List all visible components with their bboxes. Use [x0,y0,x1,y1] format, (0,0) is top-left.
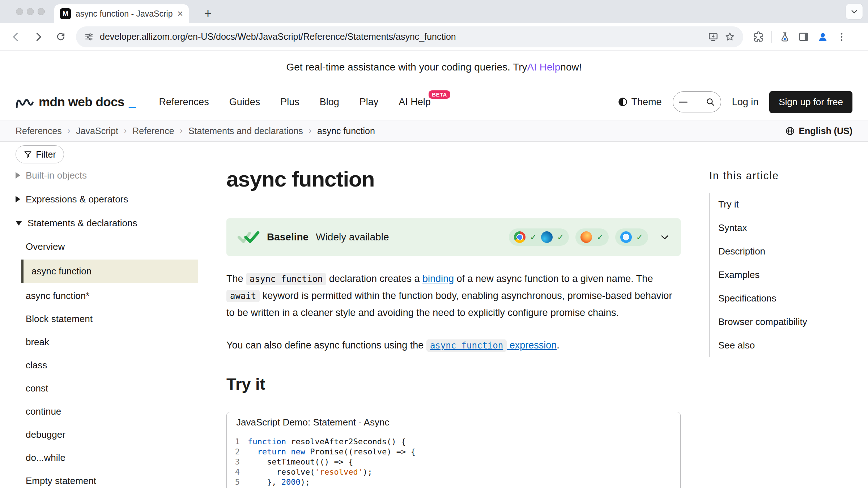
sidebar-filter-button[interactable]: Filter [16,145,64,163]
breadcrumb-statements[interactable]: Statements and declarations [188,126,303,136]
signup-button[interactable]: Sign up for free [769,91,852,113]
forward-button[interactable] [29,27,48,46]
extensions-icon[interactable] [753,31,764,43]
sidebar-item-async-function-star[interactable]: async function* [16,284,198,307]
toc-heading: In this article [709,170,854,182]
async-function-expression-code-link[interactable]: async function [426,339,507,352]
tab-close-icon[interactable]: × [177,9,183,19]
toc-see-also[interactable]: See also [718,340,755,351]
toc-syntax[interactable]: Syntax [718,222,747,234]
language-label: English (US) [799,126,852,136]
breadcrumb-reference[interactable]: Reference [132,126,174,136]
sidebar-section-label: Built-in objects [26,170,87,181]
breadcrumb-separator: › [124,126,127,136]
browser-tab[interactable]: M async function - JavaScript | × [54,4,189,23]
theme-toggle[interactable]: Theme [618,97,662,108]
site-settings-icon[interactable] [84,32,94,42]
profile-avatar-icon[interactable] [817,31,829,43]
line-number: 2 [227,447,248,457]
chevron-down-icon[interactable] [660,232,670,242]
breadcrumb-current-page: async function [317,126,375,136]
sidebar-item-debugger[interactable]: debugger [16,423,198,446]
sidebar-item-class[interactable]: class [16,354,198,377]
window-zoom-button[interactable] [38,8,45,15]
text: . [557,340,559,351]
sidebar-section-built-in-objects[interactable]: Built-in objects [16,163,198,187]
chevron-down-icon [16,221,22,226]
expression-link[interactable]: expression [507,340,557,351]
sidebar-filter-label: Filter [36,149,56,160]
code-text[interactable]: }, 2000); [248,477,310,487]
binding-link[interactable]: binding [422,273,454,284]
breadcrumb-separator: › [309,126,311,136]
nav-play[interactable]: Play [359,97,379,108]
breadcrumb-javascript[interactable]: JavaScript [76,126,118,136]
nav-ai-help[interactable]: AI HelpBETA [399,97,431,108]
nav-references[interactable]: References [159,97,209,108]
edge-icon [541,231,553,243]
reload-button[interactable] [51,27,70,46]
tab-search-button[interactable] [846,4,863,20]
reload-icon [55,31,66,42]
site-header: mdn web docs_ References Guides Plus Blo… [0,84,868,120]
mdn-logo-mark [16,96,34,108]
nav-plus[interactable]: Plus [280,97,299,108]
search-shortcut-hint [679,102,688,103]
window-minimize-button[interactable] [27,8,34,15]
login-link[interactable]: Log in [732,97,759,108]
sidebar-section-expressions-operators[interactable]: Expressions & operators [16,187,198,211]
baseline-banner[interactable]: Baseline Widely available ✓ ✓ ✓ ✓ [226,218,681,256]
labs-flask-icon[interactable] [779,31,791,43]
language-selector[interactable]: English (US) [785,126,852,136]
toc-examples[interactable]: Examples [718,269,760,281]
back-arrow-icon [10,31,21,42]
code-line: 4 resolve('resolved'); [227,467,680,477]
article-main: async function Baseline Widely available… [226,142,681,488]
line-number: 1 [227,437,248,447]
back-button[interactable] [7,27,25,46]
search-icon[interactable] [706,97,715,107]
sidebar-item-do-while[interactable]: do...while [16,446,198,469]
side-panel-icon[interactable] [798,31,809,43]
toc-specifications[interactable]: Specifications [718,293,776,304]
sidebar-item-const[interactable]: const [16,377,198,400]
nav-blog[interactable]: Blog [320,97,339,108]
sidebar-item-overview[interactable]: Overview [16,235,198,258]
code-line: 5 }, 2000); [227,477,680,487]
toc-description[interactable]: Description [718,246,765,257]
url-text[interactable]: developer.allizom.org/en-US/docs/Web/Jav… [100,31,702,42]
window-close-button[interactable] [16,8,23,15]
url-bar[interactable]: developer.allizom.org/en-US/docs/Web/Jav… [76,26,743,47]
text: You can also define async functions usin… [226,340,426,351]
breadcrumb-separator: › [68,126,70,136]
sidebar-item-block-statement[interactable]: Block statement [16,307,198,330]
code-text[interactable]: return new Promise((resolve) => { [248,447,416,457]
globe-icon [785,126,795,136]
code-text[interactable]: setTimeout(() => { [248,457,353,467]
install-app-icon[interactable] [708,31,719,42]
code-text[interactable]: function resolveAfter2Seconds() { [248,437,406,447]
sidebar-item-label: Overview [26,241,65,252]
toc-try-it[interactable]: Try it [718,199,739,210]
theme-icon [618,97,628,107]
demo-code-editor[interactable]: 1function resolveAfter2Seconds() {2 retu… [227,433,680,488]
toc-browser-compatibility[interactable]: Browser compatibility [718,316,807,328]
new-tab-button[interactable]: + [200,5,216,22]
demo-title: JavaScript Demo: Statement - Async [227,412,680,433]
breadcrumb-references[interactable]: References [16,126,62,136]
sidebar-item-async-function[interactable]: async function [21,260,198,283]
check-icon: ✓ [530,232,537,242]
search-input[interactable] [673,91,721,112]
sidebar-item-break[interactable]: break [16,330,198,354]
code-text[interactable]: resolve('resolved'); [248,467,372,477]
bookmark-star-icon[interactable] [724,31,735,42]
menu-kebab-icon[interactable] [836,31,847,42]
ai-help-link[interactable]: AI Help [527,61,561,73]
mdn-logo[interactable]: mdn web docs_ [16,95,136,109]
sidebar-section-statements-declarations[interactable]: Statements & declarations [16,211,198,235]
sidebar-item-continue[interactable]: continue [16,400,198,423]
chromium-support-group: ✓ ✓ [509,228,569,246]
mdn-logo-underscore: _ [129,95,136,109]
sidebar-item-empty-statement[interactable]: Empty statement [16,469,198,488]
nav-guides[interactable]: Guides [229,97,260,108]
